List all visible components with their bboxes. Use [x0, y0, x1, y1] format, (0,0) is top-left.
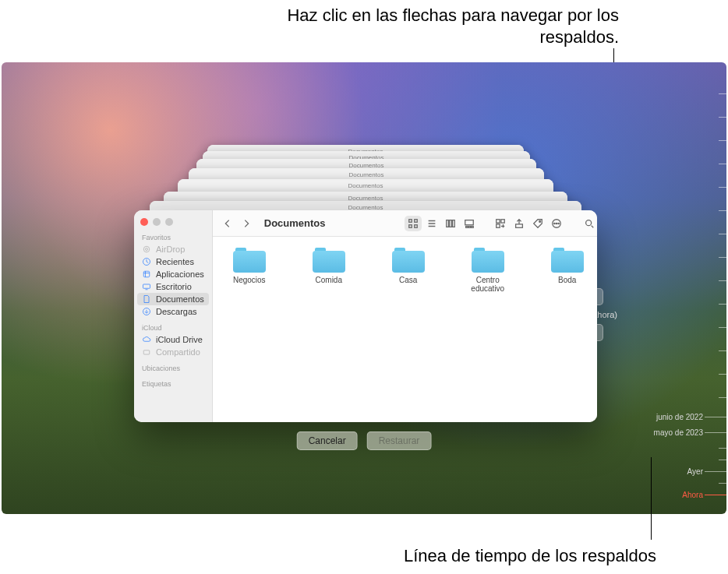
callout-timeline: Línea de tiempo de los respaldos — [251, 546, 656, 566]
svg-rect-20 — [497, 224, 500, 227]
document-icon — [142, 294, 151, 304]
timeline-label-now: Ahora — [682, 491, 703, 499]
folder-label: Comida — [316, 276, 342, 284]
cancel-button[interactable]: Cancelar — [297, 431, 358, 450]
svg-rect-11 — [447, 220, 449, 227]
cloud-icon — [142, 335, 151, 344]
sidebar-item-shared[interactable]: Compartido — [134, 346, 212, 358]
maximize-button[interactable] — [165, 218, 173, 226]
sidebar-section-favorites: Favoritos — [134, 232, 212, 243]
folder-item[interactable]: Centro educativo — [459, 248, 517, 293]
sidebar-section-icloud: iCloud — [134, 322, 212, 333]
shared-icon — [142, 347, 151, 357]
folder-icon — [233, 248, 266, 273]
svg-point-22 — [539, 220, 541, 222]
sidebar-section-tags: Etiquetas — [134, 379, 212, 389]
folder-label: Casa — [399, 276, 417, 284]
svg-rect-8 — [415, 219, 418, 222]
sidebar-item-downloads[interactable]: Descargas — [134, 305, 212, 318]
folder-item[interactable]: Casa — [380, 248, 437, 284]
svg-point-24 — [553, 223, 554, 224]
restore-button[interactable]: Restaurar — [367, 431, 432, 450]
svg-rect-18 — [497, 219, 500, 222]
close-button[interactable] — [140, 218, 148, 226]
sidebar-item-desktop[interactable]: Escritorio — [134, 280, 212, 293]
timeline-label: mayo de 2023 — [654, 428, 703, 437]
svg-point-27 — [585, 220, 591, 225]
sidebar-item-label: Documentos — [156, 294, 204, 304]
folder-item[interactable]: Comida — [300, 248, 358, 284]
svg-point-0 — [143, 246, 150, 252]
svg-rect-12 — [449, 220, 451, 227]
folder-label: Negocios — [233, 276, 266, 284]
folder-icon — [313, 248, 345, 273]
svg-rect-6 — [143, 350, 150, 354]
svg-rect-17 — [471, 226, 473, 227]
svg-rect-10 — [415, 224, 418, 227]
folder-label: Boda — [558, 276, 576, 284]
sidebar-item-label: Descargas — [156, 307, 197, 316]
applications-icon — [142, 269, 151, 279]
svg-rect-16 — [468, 226, 471, 227]
share-button[interactable] — [511, 216, 528, 231]
view-gallery-button[interactable] — [461, 216, 478, 231]
svg-rect-19 — [501, 219, 504, 222]
sidebar-item-documents[interactable]: Documentos — [137, 293, 209, 305]
clock-icon — [142, 257, 151, 266]
sidebar-item-applications[interactable]: Aplicaciones — [134, 268, 212, 280]
sidebar-item-recents[interactable]: Recientes — [134, 255, 212, 268]
svg-rect-13 — [452, 220, 454, 227]
svg-rect-21 — [515, 224, 522, 227]
sidebar-item-label: Compartido — [156, 347, 200, 357]
action-buttons: Cancelar Restaurar — [297, 431, 432, 450]
group-button[interactable] — [492, 216, 509, 231]
timeline-label: junio de 2022 — [656, 413, 703, 421]
search-button[interactable] — [581, 216, 597, 231]
file-grid: Negocios Comida Casa Centro educativo Bo… — [213, 237, 597, 422]
view-list-button[interactable] — [423, 216, 440, 231]
timeline-label: Ayer — [687, 467, 703, 476]
sidebar-item-icloud-drive[interactable]: iCloud Drive — [134, 333, 212, 346]
sidebar-item-label: Escritorio — [156, 282, 192, 291]
svg-rect-3 — [143, 271, 150, 277]
finder-sidebar: Favoritos AirDrop Recientes Aplicaciones… — [134, 210, 213, 422]
svg-rect-9 — [409, 224, 412, 227]
finder-toolbar: Documentos — [213, 210, 597, 237]
folder-item[interactable]: Boda — [539, 248, 596, 284]
folder-icon — [392, 248, 425, 273]
sidebar-item-label: Aplicaciones — [156, 269, 204, 279]
stack-breadcrumb: Documentos — [348, 182, 383, 189]
more-button[interactable] — [548, 216, 565, 231]
sidebar-item-airdrop[interactable]: AirDrop — [134, 243, 212, 255]
folder-icon — [551, 248, 584, 273]
downloads-icon — [142, 307, 151, 316]
view-column-button[interactable] — [442, 216, 459, 231]
svg-point-25 — [556, 223, 557, 224]
stack-breadcrumb: Documentos — [349, 171, 384, 178]
folder-icon — [472, 248, 504, 273]
callout-nav-arrows: Haz clic en las flechas para navegar por… — [276, 5, 619, 48]
folder-item[interactable]: Negocios — [221, 248, 278, 284]
desktop-icon — [142, 282, 151, 291]
finder-window: Favoritos AirDrop Recientes Aplicaciones… — [134, 210, 597, 422]
finder-main: Documentos Ne — [213, 210, 597, 422]
view-icon-button[interactable] — [405, 216, 422, 231]
folder-label: Centro educativo — [459, 276, 517, 293]
svg-point-1 — [146, 248, 148, 251]
time-machine-desktop: junio de 2022 mayo de 2023 Ayer Ahora Ho… — [2, 62, 726, 514]
sidebar-section-locations: Ubicaciones — [134, 363, 212, 374]
svg-rect-14 — [465, 220, 474, 224]
window-title: Documentos — [264, 217, 326, 229]
svg-point-26 — [558, 223, 559, 224]
sidebar-item-label: Recientes — [156, 257, 194, 266]
sidebar-item-label: AirDrop — [156, 245, 185, 254]
minimize-button[interactable] — [153, 218, 161, 226]
window-controls — [134, 215, 212, 232]
callout-line-bottom — [651, 457, 652, 540]
nav-back-button[interactable] — [219, 216, 236, 231]
nav-forward-button[interactable] — [238, 216, 255, 231]
sidebar-item-label: iCloud Drive — [156, 335, 203, 344]
tag-button[interactable] — [529, 216, 546, 231]
svg-rect-4 — [143, 284, 150, 288]
airdrop-icon — [142, 245, 151, 254]
